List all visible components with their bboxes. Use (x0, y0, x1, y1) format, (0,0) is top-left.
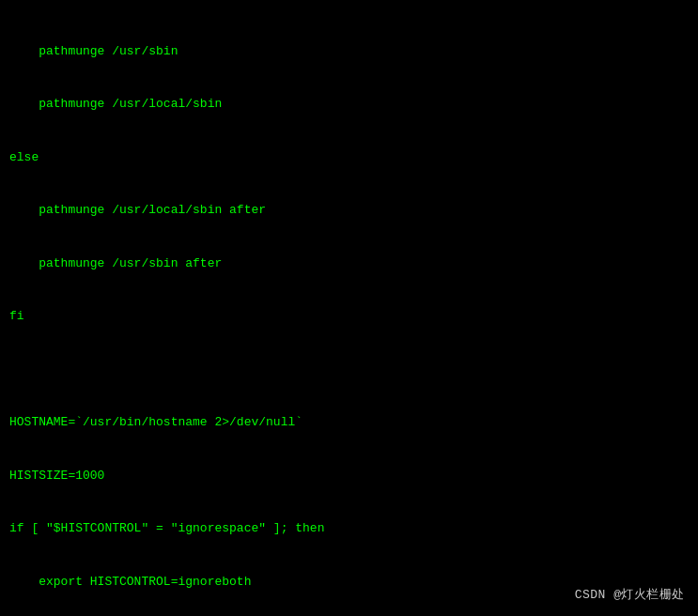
line-7 (9, 362, 689, 379)
line-8: HOSTNAME=`/usr/bin/hostname 2>/dev/null` (9, 414, 689, 432)
line-1: pathmunge /usr/sbin (9, 43, 689, 61)
line-4: pathmunge /usr/local/sbin after (9, 202, 689, 220)
line-9: HISTSIZE=1000 (9, 468, 689, 485)
line-6: fi (9, 308, 689, 326)
line-3: else (9, 149, 689, 167)
code-block: pathmunge /usr/sbin pathmunge /usr/local… (0, 0, 698, 616)
watermark: CSDN @灯火栏栅处 (575, 586, 685, 603)
line-5: pathmunge /usr/sbin after (9, 255, 689, 273)
line-2: pathmunge /usr/local/sbin (9, 96, 689, 114)
line-10: if [ "$HISTCONTROL" = "ignorespace" ]; t… (9, 520, 689, 538)
